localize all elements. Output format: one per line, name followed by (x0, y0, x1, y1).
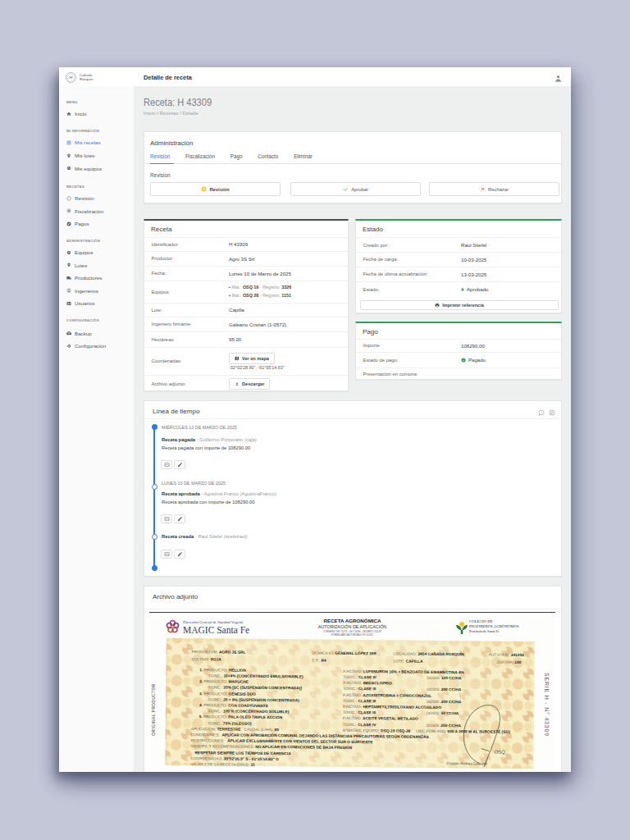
svg-text:OSQ: OSQ (494, 750, 505, 755)
